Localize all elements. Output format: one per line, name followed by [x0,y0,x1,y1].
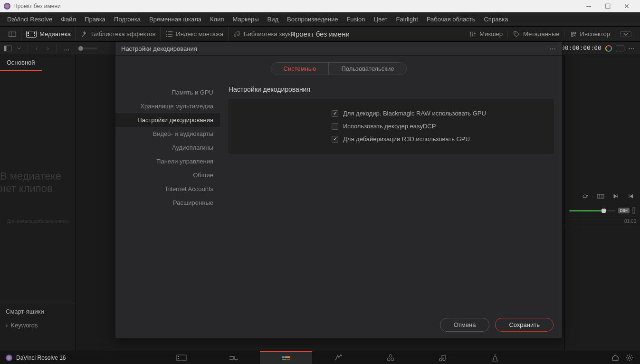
nav-forward[interactable]: › [43,45,53,52]
nav-media-storage[interactable]: Хранилище мультимедиа [115,99,220,113]
checkbox-r3d-gpu[interactable] [332,136,338,143]
frame-icon[interactable] [616,46,624,51]
nav-memory-gpu[interactable]: Память и GPU [115,86,220,99]
tab-user[interactable]: Пользовательские [329,63,406,75]
inspector-label: Инспектор [580,30,610,38]
svg-rect-7 [4,46,7,51]
nav-audio-plugins[interactable]: Аудиоплагины [115,141,220,154]
layout-icon[interactable] [9,31,16,38]
app-icon-small [6,354,12,361]
page-cut[interactable] [208,351,260,364]
chevron-right-icon: › [6,322,8,329]
panel-toggle-icon[interactable] [3,45,12,52]
volume-slider[interactable] [569,210,615,211]
nav-internet-accounts[interactable]: Internet Accounts [115,182,220,196]
nav-back[interactable]: ‹ [32,45,41,52]
dialog-options[interactable]: ⋯ [549,45,556,53]
svg-rect-9 [633,208,635,213]
save-button[interactable]: Сохранить [495,318,554,332]
menu-color[interactable]: Цвет [369,14,392,25]
chevron-down-icon [623,33,628,36]
dialog-title: Настройки декодирования [121,45,197,52]
menu-davinci[interactable]: DaVinci Resolve [3,14,57,25]
empty-hint: Для начала добавьте клипы [7,219,68,224]
last-button[interactable] [627,193,635,200]
checkbox-r3d-label: Для дебайеризации R3D использовать GPU [343,135,470,143]
page-media[interactable] [155,351,208,364]
check-row-easydcp: Использовать декодер easyDCP [237,120,545,133]
svg-point-19 [387,358,390,361]
page-edit[interactable] [260,351,312,364]
menu-edit[interactable]: Правка [80,14,110,25]
expand-dropdown[interactable] [620,31,631,37]
nav-advanced[interactable]: Расширенные [115,196,220,210]
panel-dropdown[interactable] [14,45,24,52]
close-button[interactable]: ✕ [617,0,636,12]
soundlib-button[interactable]: Библиотека звука [233,30,295,38]
menu-fusion[interactable]: Fusion [342,14,369,25]
menu-help[interactable]: Справка [479,14,512,25]
nav-video-audio-io[interactable]: Видео- и аудиокарты [115,127,220,141]
tab-system[interactable]: Системные [271,63,329,75]
timeline-ruler[interactable]: 01:00 [564,217,640,226]
menu-workspace[interactable]: Рабочая область [422,14,480,25]
preferences-dialog: Настройки декодирования ⋯ Системные Поль… [115,42,563,339]
svg-rect-12 [178,358,179,359]
zoom-slider[interactable] [78,48,97,49]
cancel-button[interactable]: Отмена [440,318,490,332]
editindex-button[interactable]: Индекс монтажа [165,30,223,38]
settings-button[interactable] [626,354,633,362]
checkbox-easydcp[interactable] [332,123,338,130]
svg-rect-14 [285,356,290,358]
timecode-ring-icon [605,45,612,52]
menu-clip[interactable]: Клип [206,14,228,25]
breadcrumb[interactable]: … [61,45,73,52]
menu-trim[interactable]: Подгонка [110,14,145,25]
inspector-button[interactable]: Инспектор [570,30,610,38]
menu-fairlight[interactable]: Fairlight [392,14,422,25]
metadata-button[interactable]: Метаданные [513,30,560,38]
page-color[interactable] [364,351,417,364]
nav-general[interactable]: Общие [115,168,220,182]
more-options[interactable]: ⋯ [628,45,635,52]
dim-badge[interactable]: DIM [618,208,630,213]
page-deliver[interactable] [469,351,521,364]
nav-control-panels[interactable]: Панели управления [115,154,220,168]
tag-icon [513,31,520,38]
volume-control: DIM [564,204,640,217]
mediapool-button[interactable]: Медиатека [26,30,71,38]
maximize-button[interactable]: ☐ [598,0,617,12]
effects-label: Библиотека эффектов [91,30,155,38]
checkbox-easydcp-label: Использовать декодер easyDCP [343,123,436,130]
next-button[interactable] [611,193,620,200]
mixer-button[interactable]: Микшер [469,30,503,38]
home-button[interactable] [611,354,619,362]
menu-timeline[interactable]: Временная шкала [145,14,206,25]
checkbox-bmraw-label: Для декодир. Blackmagic RAW использовать… [343,110,486,117]
timecode-display: 00:00:00:00 [561,45,602,52]
page-fairlight[interactable] [417,351,469,364]
nav-decode-options[interactable]: Настройки декодирования [115,113,220,127]
smartbins-header[interactable]: Смарт-ящики [0,304,76,319]
check-row-r3d: Для дебайеризации R3D использовать GPU [237,133,545,145]
window-titlebar: Проект без имени ─ ☐ ✕ [0,0,640,12]
svg-point-3 [472,34,474,36]
minimize-button[interactable]: ─ [579,0,598,12]
sliders-icon [469,31,477,38]
keywords-item[interactable]: › Keywords [0,319,76,332]
keywords-label: Keywords [10,322,38,329]
page-fusion[interactable] [312,351,364,364]
menu-file[interactable]: Файл [57,14,80,25]
svg-rect-0 [9,32,16,37]
match-frame-button[interactable] [596,193,605,200]
menu-view[interactable]: Вид [263,14,283,25]
loop-button[interactable] [581,193,590,200]
checkbox-bmraw-gpu[interactable] [332,110,338,117]
menu-markers[interactable]: Маркеры [228,14,263,25]
svg-rect-13 [282,356,285,358]
check-row-bmraw: Для декодир. Blackmagic RAW использовать… [237,107,545,120]
bin-tab[interactable]: Основной [0,55,42,71]
mediapool-sidebar: Основной В медиатеке нет клипов Для нача… [0,55,76,351]
menu-playback[interactable]: Воспроизведение [283,14,342,25]
effects-button[interactable]: Библиотека эффектов [81,30,155,38]
